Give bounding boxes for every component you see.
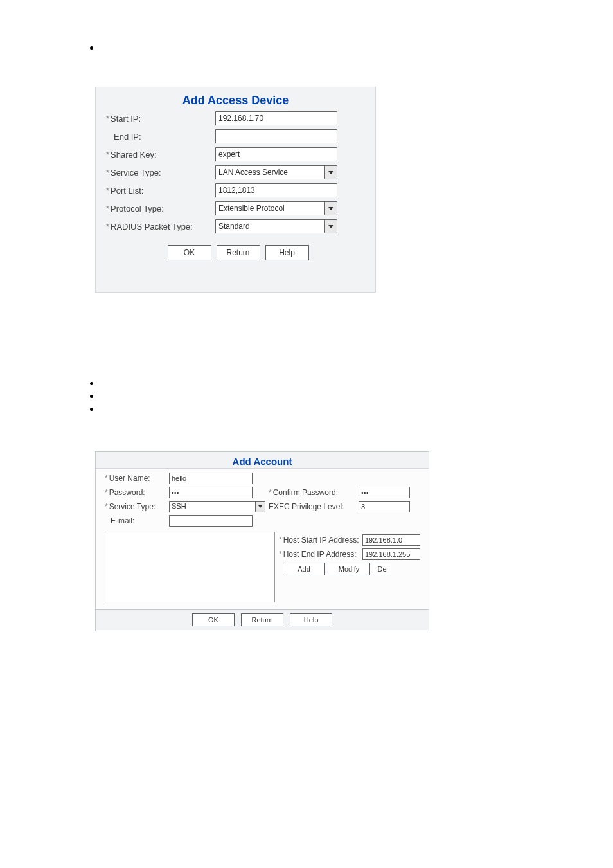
add-access-device-panel: Add Access Device *Start IP: End IP: *Sh…	[95, 87, 376, 293]
radius-pkt-select[interactable]: Standard	[215, 219, 337, 233]
email-input[interactable]	[169, 515, 253, 527]
exec-priv-label: EXEC Privilege Level:	[269, 501, 359, 512]
service-type-label: *Service Type:	[105, 501, 169, 512]
chevron-down-icon	[324, 201, 337, 215]
user-name-label: *User Name:	[105, 473, 169, 484]
port-list-input[interactable]	[215, 183, 337, 197]
add-account-panel: Add Account *User Name: *Password: *Conf…	[95, 451, 429, 631]
port-list-label: *Port List:	[106, 186, 215, 195]
confirm-password-input[interactable]	[359, 487, 410, 498]
protocol-type-select[interactable]: Extensible Protocol	[215, 201, 337, 215]
password-input[interactable]	[169, 487, 253, 498]
host-start-label: *Host Start IP Address:	[279, 536, 362, 545]
host-end-input[interactable]	[362, 548, 420, 560]
email-label: E-mail:	[105, 515, 169, 527]
exec-priv-input[interactable]	[359, 501, 410, 512]
bullet	[90, 382, 93, 385]
return-button[interactable]: Return	[217, 245, 260, 260]
add-button[interactable]: Add	[283, 563, 325, 575]
panel-title: Add Access Device	[96, 87, 375, 111]
radius-pkt-label: *RADIUS Packet Type:	[106, 222, 215, 231]
notes-textarea[interactable]	[105, 532, 275, 602]
chevron-down-icon	[324, 165, 337, 179]
end-ip-input[interactable]	[215, 129, 337, 143]
panel-title: Add Account	[96, 452, 429, 469]
start-ip-input[interactable]	[215, 111, 337, 125]
help-button[interactable]: Help	[290, 613, 332, 626]
end-ip-label: End IP:	[106, 132, 215, 141]
service-type-select[interactable]: SSH	[169, 501, 265, 512]
chevron-down-icon	[255, 501, 265, 512]
modify-button[interactable]: Modify	[328, 563, 370, 575]
chevron-down-icon	[324, 219, 337, 233]
bullet	[90, 46, 93, 50]
bullet	[90, 395, 93, 398]
host-start-input[interactable]	[362, 534, 420, 546]
help-button[interactable]: Help	[265, 245, 309, 260]
host-end-label: *Host End IP Address:	[279, 550, 362, 559]
ok-button[interactable]: OK	[192, 613, 235, 626]
confirm-password-label: *Confirm Password:	[269, 487, 359, 498]
return-button[interactable]: Return	[241, 613, 283, 626]
ok-button[interactable]: OK	[168, 245, 211, 260]
user-name-input[interactable]	[169, 473, 253, 484]
shared-key-label: *Shared Key:	[106, 150, 215, 159]
protocol-type-label: *Protocol Type:	[106, 204, 215, 213]
password-label: *Password:	[105, 487, 169, 498]
bullet	[90, 408, 93, 411]
shared-key-input[interactable]	[215, 147, 337, 161]
start-ip-label: *Start IP:	[106, 114, 215, 123]
delete-button[interactable]: De	[373, 563, 391, 575]
service-type-select[interactable]: LAN Access Service	[215, 165, 337, 179]
service-type-label: *Service Type:	[106, 168, 215, 177]
